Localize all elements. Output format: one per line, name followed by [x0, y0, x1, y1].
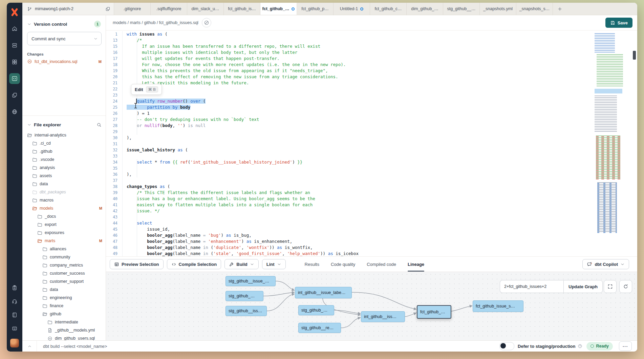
tab-fct_github_is[interactable]: fct_github_is…	[224, 3, 260, 15]
branch-tab[interactable]: mirnawong1-patch-2	[22, 3, 114, 15]
command-input[interactable]: dbt build --select <model_name>	[43, 344, 107, 349]
user-avatar[interactable]	[10, 339, 19, 347]
code-line[interactable]	[122, 141, 127, 147]
tab-_snapshots_s[interactable]: _snapshots_s…	[516, 3, 553, 15]
new-tab-button[interactable]	[553, 3, 566, 15]
tree-item-engineering[interactable]: engineering	[22, 294, 106, 302]
code-line[interactable]: this has the effect of removing the new …	[122, 74, 338, 80]
lineage-node-int_github__issue_labe[interactable]: int_github__issue_labe…	[295, 287, 352, 298]
tree-item-assets[interactable]: assets	[22, 172, 106, 180]
changed-file[interactable]: fct_dbt_invocations.sqlM	[27, 59, 102, 64]
lint-button[interactable]: Lint	[262, 259, 286, 269]
code-line[interactable]: boolor_agg(label_name = 'bug') as is_bug…	[122, 232, 252, 238]
help-icon[interactable]	[578, 344, 582, 349]
code-line[interactable]: issue has a bug or enhancement label. Us…	[122, 196, 315, 202]
tree-item-data[interactable]: data	[22, 286, 106, 294]
tree-item-finance[interactable]: finance	[22, 302, 106, 310]
code-line[interactable]: select	[122, 220, 152, 226]
code-line[interactable]	[122, 165, 127, 171]
dbt-copilot-button[interactable]: dbt Copilot	[582, 259, 629, 269]
rail-item-globe[interactable]	[9, 106, 20, 117]
code-line[interactable]: If an issue has been transferred to a di…	[122, 43, 320, 49]
tab-fct_github_c[interactable]: fct_github_c…	[370, 3, 407, 15]
lineage-node-stg_github__iss[interactable]: stg_github__iss…	[226, 306, 267, 316]
code-line[interactable]: -- don't try deduping issues with no `bo…	[122, 117, 259, 123]
rail-item-grid[interactable]	[9, 57, 20, 67]
rail-item-windows[interactable]	[9, 90, 20, 101]
tree-item-internal-analytics[interactable]: internal-analytics	[22, 131, 106, 139]
code-line[interactable]: issue_label_history as (	[122, 147, 188, 153]
tree-item-models[interactable]: modelsM	[22, 204, 106, 212]
lineage-node-int_github__iss[interactable]: int_github__iss…	[361, 311, 405, 322]
search-icon[interactable]	[96, 122, 102, 127]
code-line[interactable]: issue_id,	[122, 226, 170, 232]
lineage-filter-input[interactable]: 2+fct_github_issues+2	[500, 280, 563, 293]
lineage-node-fct_github_[interactable]: fct_github_…	[417, 305, 451, 319]
tree-item-_github__models.yml[interactable]: _github__models.yml	[22, 326, 106, 334]
code-line[interactable]: or nullif(body, '') is null	[122, 123, 206, 129]
tab-fct_github_[interactable]: fct_github_…	[260, 3, 297, 15]
code-line[interactable]: While this prevents the old issue from a…	[122, 68, 328, 74]
tree-item-marts[interactable]: martsM	[22, 237, 106, 245]
code-line[interactable]	[122, 86, 127, 92]
lineage-node-stg_github__issue_[interactable]: stg_github__issue_…	[226, 276, 276, 286]
tree-item-customer_success[interactable]: customer_success	[22, 269, 106, 277]
panel-tab-lineage[interactable]: Lineage	[408, 257, 424, 272]
compile-selection-button[interactable]: Compile Selection	[167, 259, 221, 269]
view-docs-icon[interactable]	[202, 18, 211, 27]
copy-icon[interactable]	[105, 6, 110, 12]
rail-item-stack[interactable]	[9, 40, 20, 51]
code-line[interactable]: boolor_agg(label_name = 'enhancement') a…	[122, 238, 292, 245]
tab-_snapshots.yml[interactable]: _snapshots.yml	[480, 3, 516, 15]
more-options-button[interactable]: ···	[619, 341, 632, 351]
tab-dim_slack_u[interactable]: dim_slack_u…	[187, 3, 224, 15]
code-line[interactable]: issue. */	[122, 208, 160, 214]
version-control-header[interactable]: Version control 1	[22, 15, 106, 27]
code-line[interactable]: ) = 1	[122, 110, 150, 117]
code-line[interactable]: partition by body	[122, 104, 190, 110]
fullscreen-button[interactable]	[604, 280, 617, 293]
rail-item-home[interactable]	[9, 23, 20, 34]
tree-item-dim_github_users.sql[interactable]: dim_github_users.sql	[22, 334, 106, 340]
commit-and-sync-button[interactable]: Commit and sync	[27, 32, 102, 45]
preview-selection-button[interactable]: Preview Selection	[110, 259, 164, 269]
code-line[interactable]: ),	[122, 135, 132, 141]
tree-item-customer_support[interactable]: customer_support	[22, 277, 106, 286]
tree-item-alliances[interactable]: alliances	[22, 245, 106, 253]
tree-item-intermediate[interactable]: intermediate	[22, 318, 106, 326]
lineage-node-stg_github__re[interactable]: stg_github__re…	[298, 323, 341, 333]
tree-item-.vscode[interactable]: .vscode	[22, 155, 106, 164]
code-line[interactable]	[122, 129, 127, 135]
tab-stg_github__[interactable]: stg_github__…	[443, 3, 480, 15]
lineage-node-stg_github_[interactable]: stg_github_…	[298, 305, 334, 315]
tree-item-dbt_packages[interactable]: dbt_packages	[22, 188, 106, 196]
tree-item-company_metrics[interactable]: company_metrics	[22, 261, 106, 269]
minimap[interactable]	[593, 32, 626, 235]
rail-item-shortcuts[interactable]	[9, 323, 20, 334]
code-line[interactable]: ),	[122, 171, 132, 177]
tab-dim_github_[interactable]: dim_github_…	[407, 3, 443, 15]
code-editor[interactable]: 1with issues as (13 /*15 If an issue has…	[106, 30, 637, 256]
tab-.sqlfluffignore[interactable]: .sqlfluffignore	[151, 3, 187, 15]
code-line[interactable]: boolor_agg(label_name in ('stale', 'good…	[122, 251, 359, 256]
rail-item-dbt-logo[interactable]	[9, 7, 20, 18]
refresh-graph-button[interactable]	[619, 280, 632, 293]
code-line[interactable]	[122, 92, 127, 98]
tree-item-analysis[interactable]: analysis	[22, 164, 106, 172]
code-line[interactable]: boolor_agg(label_name in ('duplicate', '…	[122, 245, 313, 251]
edit-popup[interactable]: Edit ⌘ B	[131, 84, 162, 95]
code-line[interactable]	[122, 177, 127, 184]
panel-tab-compiled-code[interactable]: Compiled code	[367, 257, 396, 272]
tree-item-.ci_cd[interactable]: .ci_cd	[22, 139, 106, 147]
rail-item-book[interactable]	[9, 310, 20, 320]
tab-.gitignore[interactable]: .gitignore	[114, 3, 151, 15]
code-line[interactable]: change_types as (	[122, 184, 170, 190]
tree-item-github[interactable]: github	[22, 310, 106, 318]
lineage-node-fct_github_issue_s[interactable]: fct_github_issue_s…	[473, 300, 523, 312]
rail-item-clipboard[interactable]	[9, 282, 20, 293]
tab-Untitled-1[interactable]: Untitled-1	[334, 3, 370, 15]
save-button[interactable]: Save	[605, 18, 632, 28]
tree-item-exposures[interactable]: exposures	[22, 229, 106, 237]
editor-scrollbar[interactable]	[632, 30, 637, 256]
code-line[interactable]: For now, choose the one with more recent…	[122, 62, 346, 68]
